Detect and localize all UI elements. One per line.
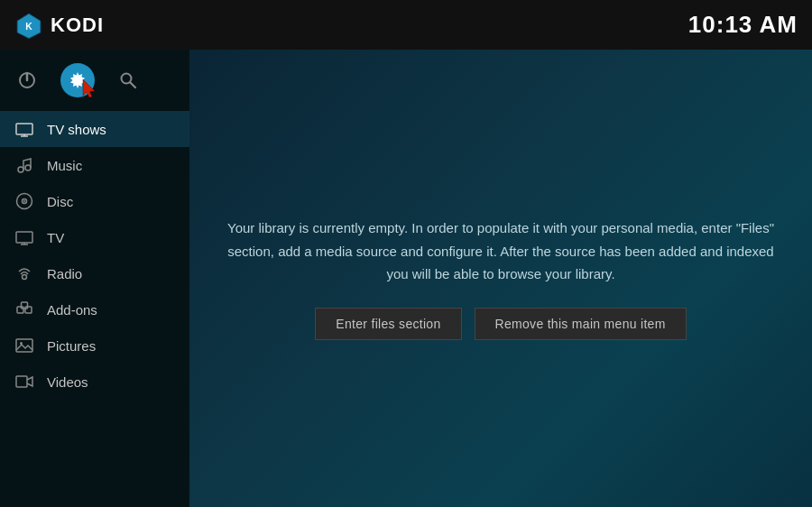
radio-icon xyxy=(14,263,34,283)
sidebar-item-disc[interactable]: Disc xyxy=(0,183,189,219)
addons-label: Add-ons xyxy=(47,302,97,318)
svg-point-12 xyxy=(25,165,31,171)
addons-icon xyxy=(14,300,34,319)
sidebar-item-tv[interactable]: TV xyxy=(0,219,189,255)
clock: 10:13 AM xyxy=(688,11,798,39)
svg-marker-5 xyxy=(83,79,95,97)
svg-rect-25 xyxy=(16,376,27,387)
kodi-logo-icon: K xyxy=(14,11,43,40)
svg-rect-20 xyxy=(17,307,23,313)
svg-point-15 xyxy=(23,200,25,202)
svg-point-19 xyxy=(23,275,27,280)
svg-rect-16 xyxy=(16,232,32,243)
header-left: K KODI xyxy=(14,11,104,40)
radio-label: Radio xyxy=(47,266,82,281)
disc-icon xyxy=(14,191,34,211)
tv-shows-label: TV shows xyxy=(47,122,106,137)
sidebar-item-pictures[interactable]: Pictures xyxy=(0,327,189,364)
cursor-icon xyxy=(80,79,98,101)
power-icon xyxy=(17,70,37,90)
svg-line-7 xyxy=(131,83,136,88)
sidebar-item-tv-shows[interactable]: TV shows xyxy=(0,111,189,147)
info-text: Your library is currently empty. In orde… xyxy=(226,217,776,286)
search-button[interactable] xyxy=(114,66,143,95)
svg-text:K: K xyxy=(25,21,32,31)
tv-shows-icon xyxy=(14,119,34,139)
pictures-label: Pictures xyxy=(47,338,96,354)
content-area: Your library is currently empty. In orde… xyxy=(189,50,812,507)
sidebar-item-videos[interactable]: Videos xyxy=(0,364,189,400)
sidebar: TV shows Music Disc TV xyxy=(0,50,189,507)
svg-point-11 xyxy=(18,167,23,172)
header: K KODI 10:13 AM xyxy=(0,0,812,50)
info-box: Your library is currently empty. In orde… xyxy=(226,217,776,340)
sidebar-item-radio[interactable]: Radio xyxy=(0,255,189,291)
videos-icon xyxy=(14,372,34,392)
pictures-icon xyxy=(14,336,34,355)
sidebar-item-music[interactable]: Music xyxy=(0,147,189,183)
tv-label: TV xyxy=(47,230,64,245)
music-icon xyxy=(14,155,34,175)
svg-rect-21 xyxy=(25,307,32,313)
main-layout: TV shows Music Disc TV xyxy=(0,50,812,507)
svg-rect-22 xyxy=(22,302,28,309)
videos-label: Videos xyxy=(47,374,88,390)
search-icon xyxy=(119,71,137,89)
tv-icon xyxy=(14,227,34,247)
settings-button[interactable] xyxy=(58,60,97,100)
disc-label: Disc xyxy=(47,194,73,209)
sidebar-top-icons xyxy=(0,53,189,111)
app-title: KODI xyxy=(51,14,104,37)
music-label: Music xyxy=(47,158,82,173)
remove-menu-item-button[interactable]: Remove this main menu item xyxy=(475,308,687,340)
power-button[interactable] xyxy=(13,66,42,95)
enter-files-button[interactable]: Enter files section xyxy=(315,308,461,340)
svg-rect-23 xyxy=(16,339,32,352)
sidebar-item-addons[interactable]: Add-ons xyxy=(0,291,189,327)
svg-rect-8 xyxy=(16,124,32,134)
button-row: Enter files section Remove this main men… xyxy=(226,308,776,340)
